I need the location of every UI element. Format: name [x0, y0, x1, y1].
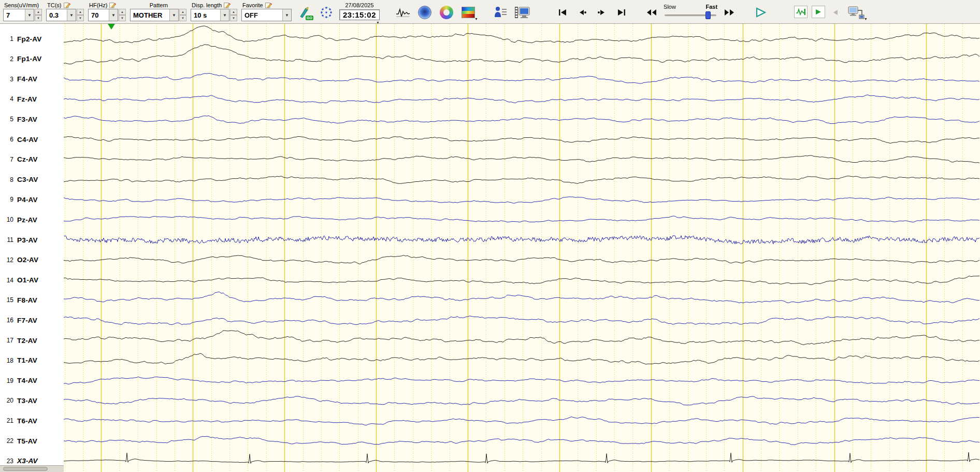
skip-start-icon: [558, 8, 567, 17]
channel-label-row[interactable]: 17T2-AV: [0, 336, 37, 345]
down-arrow-icon[interactable]: ▼: [35, 15, 42, 21]
channel-number: 18: [0, 357, 13, 364]
channel-label-row[interactable]: 7Cz-AV: [0, 155, 38, 164]
edit-icon[interactable]: [224, 2, 230, 8]
waveform-review-button[interactable]: [394, 4, 412, 21]
annotation-pen-button[interactable]: GO: [296, 4, 313, 21]
brain-topography-icon: [418, 6, 431, 19]
chevron-down-icon[interactable]: ▼: [67, 9, 76, 21]
frequency-map-icon: [440, 6, 453, 19]
patient-info-button[interactable]: [492, 4, 509, 21]
channel-label: P4-AV: [17, 196, 38, 204]
pattern-stepper[interactable]: ▲ ▼: [179, 9, 186, 21]
up-arrow-icon[interactable]: ▲: [35, 9, 42, 15]
down-arrow-icon[interactable]: ▼: [179, 15, 186, 21]
channel-label-row[interactable]: 16F7-AV: [0, 316, 37, 325]
disp-length-stepper[interactable]: ▲ ▼: [230, 9, 237, 21]
channel-label-row[interactable]: 20T3-AV: [0, 396, 37, 405]
skip-to-start-button[interactable]: [555, 6, 570, 19]
channel-label-row[interactable]: 9P4-AV: [0, 195, 38, 204]
up-arrow-icon[interactable]: ▲: [230, 9, 237, 15]
channel-label-row[interactable]: 4Fz-AV: [0, 94, 37, 104]
down-arrow-icon[interactable]: ▼: [77, 15, 84, 21]
up-arrow-icon[interactable]: ▲: [77, 9, 84, 15]
edit-icon[interactable]: [265, 2, 272, 8]
hf-combo[interactable]: 70 ▼: [88, 9, 118, 21]
channel-label: F4-AV: [17, 75, 37, 83]
channel-label-row[interactable]: 2Fp1-AV: [0, 54, 41, 64]
tc-stepper[interactable]: ▲ ▼: [77, 9, 84, 21]
scrollbar-thumb[interactable]: [3, 467, 48, 471]
skip-to-end-button[interactable]: [614, 6, 629, 19]
channel-label-row[interactable]: 23X3-AV: [0, 456, 38, 466]
channel-label-row[interactable]: 12O2-AV: [0, 255, 38, 265]
channel-number: 9: [0, 196, 13, 203]
channel-label-row[interactable]: 11P3-AV: [0, 235, 38, 245]
patient-info-icon: [494, 6, 507, 19]
prev-page-button[interactable]: [829, 6, 842, 19]
sens-stepper[interactable]: ▲ ▼: [35, 9, 42, 21]
live-trace-button[interactable]: [794, 6, 808, 18]
speed-slider-track[interactable]: [664, 11, 717, 19]
speed-slider-thumb[interactable]: [705, 11, 711, 19]
channel-label-row[interactable]: 6C4-AV: [0, 135, 38, 144]
chevron-down-icon[interactable]: ▼: [376, 21, 380, 24]
brain-topography-button[interactable]: [416, 4, 434, 21]
chevron-down-icon[interactable]: ▼: [864, 17, 868, 21]
chevron-down-icon[interactable]: ▼: [282, 9, 291, 21]
fast-forward-icon: [724, 8, 735, 17]
waveform-icon: [396, 7, 410, 18]
edit-icon[interactable]: [64, 2, 70, 8]
step-forward-button[interactable]: [594, 6, 610, 19]
channel-label-row[interactable]: 18T1-AV: [0, 356, 37, 365]
channel-label-row[interactable]: 5F3-AV: [0, 115, 37, 124]
channel-label-row[interactable]: 1Fp2-AV: [0, 34, 41, 44]
eeg-canvas[interactable]: [64, 24, 980, 472]
time-display[interactable]: 23:15:02: [339, 9, 380, 20]
video-button[interactable]: [513, 4, 531, 21]
electrode-map-button[interactable]: [318, 4, 335, 21]
spectrogram-button[interactable]: ▼: [459, 4, 477, 21]
chevron-down-icon[interactable]: ▼: [474, 17, 478, 21]
fast-forward-button[interactable]: [722, 6, 737, 19]
electrode-map-icon: [320, 6, 333, 19]
down-arrow-icon[interactable]: ▼: [119, 15, 126, 21]
favorite-combo[interactable]: OFF ▼: [241, 9, 292, 21]
step-back-button[interactable]: [574, 6, 590, 19]
channel-label-row[interactable]: 15F8-AV: [0, 295, 37, 305]
chevron-down-icon[interactable]: ▼: [220, 9, 229, 21]
chevron-down-icon[interactable]: ▼: [109, 9, 118, 21]
frequency-map-button[interactable]: [438, 4, 455, 21]
disp-length-label: Disp. length: [192, 2, 222, 8]
auto-play-button[interactable]: [812, 6, 825, 18]
gray-left-triangle-icon: [832, 9, 839, 16]
channel-label-row[interactable]: 10Pz-AV: [0, 215, 37, 224]
edit-icon[interactable]: [109, 2, 116, 8]
up-arrow-icon[interactable]: ▲: [119, 9, 126, 15]
network-review-button[interactable]: ▼: [846, 4, 867, 21]
pattern-combo[interactable]: MOTHER ▼: [130, 9, 179, 21]
channel-label: O1-AV: [17, 276, 38, 284]
green-play-icon: [814, 8, 823, 16]
rewind-button[interactable]: [644, 6, 659, 19]
chevron-down-icon[interactable]: ▼: [169, 9, 178, 21]
down-arrow-icon[interactable]: ▼: [230, 15, 237, 21]
play-button[interactable]: [752, 6, 770, 19]
disp-length-combo[interactable]: 10 s ▼: [191, 9, 229, 21]
channel-label-row[interactable]: 8C3-AV: [0, 175, 38, 184]
channel-label-row[interactable]: 19T4-AV: [0, 376, 37, 385]
channel-label-row[interactable]: 21T6-AV: [0, 416, 37, 425]
tc-combo[interactable]: 0.3 ▼: [46, 9, 76, 21]
up-arrow-icon[interactable]: ▲: [179, 9, 186, 15]
channel-label-row[interactable]: 22T5-AV: [0, 436, 37, 446]
pattern-label: Pattern: [130, 1, 186, 9]
chevron-down-icon[interactable]: ▼: [25, 9, 34, 21]
hf-stepper[interactable]: ▲ ▼: [119, 9, 126, 21]
channel-label: Fz-AV: [17, 95, 37, 103]
horizontal-scrollbar[interactable]: [0, 465, 64, 472]
sens-combo[interactable]: 7 ▼: [3, 9, 34, 21]
channel-label-row[interactable]: 14O1-AV: [0, 276, 38, 285]
channel-label-row[interactable]: 3F4-AV: [0, 75, 37, 84]
fast-label: Fast: [705, 4, 717, 11]
channel-number: 19: [0, 377, 13, 384]
